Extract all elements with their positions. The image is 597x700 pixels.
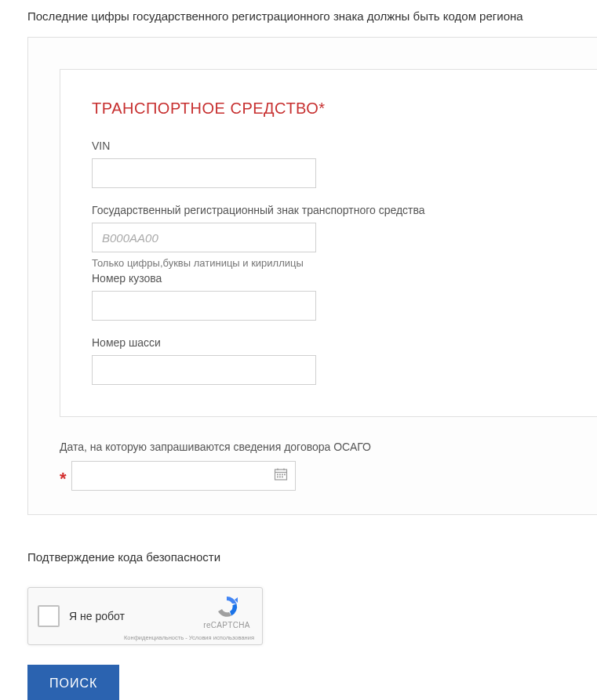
plate-input[interactable]	[92, 223, 316, 252]
form-container: ТРАНСПОРТНОЕ СРЕДСТВО* VIN Государственн…	[27, 37, 597, 515]
vehicle-panel: ТРАНСПОРТНОЕ СРЕДСТВО* VIN Государственн…	[60, 69, 597, 417]
date-label: Дата, на которую запрашиваются сведения …	[60, 441, 597, 453]
recaptcha-logo-icon	[214, 594, 239, 619]
body-field-group: Номер кузова	[92, 272, 597, 321]
instruction-text: Последние цифры государственного регистр…	[0, 0, 597, 37]
recaptcha-checkbox[interactable]	[38, 605, 60, 627]
body-input[interactable]	[92, 291, 316, 321]
plate-label: Государственный регистрационный знак тра…	[92, 204, 597, 216]
vin-label: VIN	[92, 140, 597, 152]
panel-title: ТРАНСПОРТНОЕ СРЕДСТВО*	[92, 100, 597, 118]
chassis-input[interactable]	[92, 355, 316, 385]
recaptcha-links[interactable]: Конфиденциальность - Условия использован…	[124, 634, 254, 641]
date-input[interactable]	[71, 461, 296, 491]
vin-input[interactable]	[92, 158, 316, 188]
chassis-label: Номер шасси	[92, 336, 597, 349]
body-label: Номер кузова	[92, 272, 597, 285]
recaptcha-brand: reCAPTCHA	[199, 621, 254, 630]
recaptcha-widget: Я не робот reCAPTCHA Конфиденциальность …	[27, 587, 263, 645]
security-label: Подтверждение кода безопасности	[27, 550, 597, 564]
vin-field-group: VIN	[92, 140, 597, 188]
search-button[interactable]: ПОИСК	[27, 665, 119, 700]
plate-field-group: Государственный регистрационный знак тра…	[92, 204, 597, 269]
date-section: Дата, на которую запрашиваются сведения …	[60, 441, 597, 491]
required-star-icon: *	[60, 470, 67, 488]
plate-helper: Только цифры,буквы латиницы и кириллицы	[92, 257, 597, 269]
recaptcha-branding: reCAPTCHA	[199, 594, 254, 630]
chassis-field-group: Номер шасси	[92, 336, 597, 385]
